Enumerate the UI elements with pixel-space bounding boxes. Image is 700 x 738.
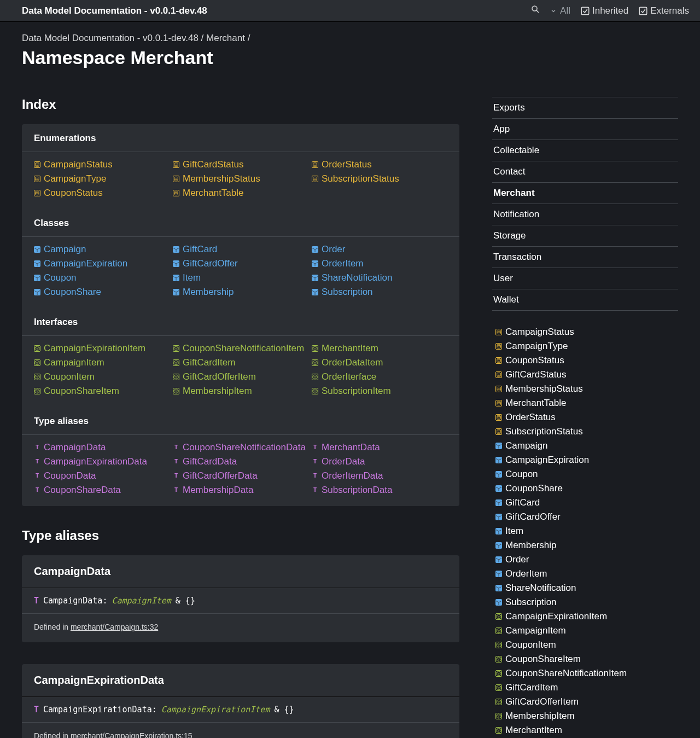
index-entry[interactable]: Campaign — [34, 243, 170, 255]
index-entry[interactable]: GiftCard — [495, 497, 678, 509]
index-entry[interactable]: TOrderItemData — [312, 470, 447, 482]
index-entry[interactable]: TOrderData — [312, 456, 447, 468]
index-entry[interactable]: CampaignStatus — [495, 326, 678, 338]
index-entry[interactable]: CampaignItem — [34, 357, 170, 369]
search-icon[interactable] — [530, 4, 540, 17]
index-entry[interactable]: CouponStatus — [34, 187, 170, 199]
index-entry[interactable]: ShareNotification — [495, 582, 678, 594]
index-entry[interactable]: CouponStatus — [495, 355, 678, 367]
index-entry[interactable]: GiftCardOffer — [173, 258, 308, 270]
visibility-filter[interactable]: All — [550, 5, 570, 16]
entry-label: Membership — [183, 286, 234, 298]
index-entry[interactable]: CouponItem — [34, 371, 170, 383]
class-icon — [34, 260, 40, 267]
source-link[interactable]: merchant/Campaign.ts:32 — [71, 623, 158, 631]
group-body: CampaignCampaignExpirationCouponCouponSh… — [22, 237, 459, 308]
index-entry[interactable]: TCouponData — [34, 470, 170, 482]
index-entry[interactable]: OrderItem — [495, 568, 678, 580]
index-entry[interactable]: TMembershipData — [173, 484, 308, 496]
namespace-nav-item[interactable]: Merchant — [492, 182, 678, 204]
index-entry[interactable]: Coupon — [495, 468, 678, 480]
namespace-nav-item[interactable]: Collectable — [492, 140, 678, 161]
index-entry[interactable]: GiftCardOfferItem — [495, 696, 678, 708]
namespace-nav-item[interactable]: Wallet — [492, 289, 678, 311]
group-heading: Classes — [22, 209, 459, 237]
index-entry[interactable]: GiftCard — [173, 243, 308, 255]
index-entry[interactable]: CampaignType — [34, 173, 170, 185]
index-entry[interactable]: CampaignExpiration — [495, 454, 678, 466]
index-entry[interactable]: Campaign — [495, 440, 678, 452]
index-entry[interactable]: CouponShareItem — [495, 653, 678, 665]
index-entry[interactable]: ShareNotification — [312, 272, 447, 284]
index-entry[interactable]: Order — [312, 243, 447, 255]
index-entry[interactable]: TGiftCardData — [173, 456, 308, 468]
index-entry[interactable]: OrderItem — [312, 258, 447, 270]
index-entry[interactable]: GiftCardItem — [495, 682, 678, 694]
index-heading: Index — [22, 97, 459, 112]
index-entry[interactable]: CouponShareItem — [34, 385, 170, 397]
index-entry[interactable]: TCampaignData — [34, 441, 170, 454]
index-entry[interactable]: CampaignExpiration — [34, 258, 170, 270]
index-entry[interactable]: MerchantTable — [495, 397, 678, 409]
index-entry[interactable]: CampaignExpirationItem — [34, 342, 170, 355]
index-entry[interactable]: OrderStatus — [495, 411, 678, 423]
index-entry[interactable]: SubscriptionStatus — [495, 426, 678, 438]
index-entry[interactable]: CampaignType — [495, 340, 678, 352]
index-entry[interactable]: Item — [173, 272, 308, 284]
index-entry[interactable]: Subscription — [312, 286, 447, 298]
index-entry[interactable]: TCouponShareData — [34, 484, 170, 496]
index-entry[interactable]: CampaignItem — [495, 625, 678, 637]
index-entry[interactable]: CampaignExpirationItem — [495, 611, 678, 623]
svg-point-13 — [497, 344, 501, 346]
index-entry[interactable]: GiftCardOfferItem — [173, 371, 308, 383]
index-entry[interactable]: Item — [495, 525, 678, 537]
index-entry[interactable]: MembershipStatus — [495, 383, 678, 395]
index-entry[interactable]: CouponShare — [34, 286, 170, 298]
index-entry[interactable]: Membership — [495, 539, 678, 551]
source-link[interactable]: merchant/CampaignExpiration.ts:15 — [71, 731, 192, 738]
namespace-nav-item[interactable]: Transaction — [492, 246, 678, 268]
breadcrumb-root[interactable]: Data Model Documentation - v0.0.1-dev.48 — [22, 33, 199, 43]
breadcrumb-parent[interactable]: Merchant — [206, 33, 245, 43]
index-entry[interactable]: MembershipItem — [173, 385, 308, 397]
index-entry[interactable]: TMerchantData — [312, 441, 447, 454]
index-entry[interactable]: MerchantTable — [173, 187, 308, 199]
namespace-nav-item[interactable]: Storage — [492, 225, 678, 246]
index-entry[interactable]: MerchantItem — [495, 724, 678, 736]
index-entry[interactable]: MerchantItem — [312, 342, 447, 355]
index-entry[interactable]: CouponShare — [495, 483, 678, 495]
externals-toggle[interactable]: Externals — [638, 5, 689, 16]
namespace-nav-item[interactable]: Notification — [492, 204, 678, 225]
index-entry[interactable]: GiftCardOffer — [495, 511, 678, 523]
inherited-toggle[interactable]: Inherited — [580, 5, 628, 16]
index-entry[interactable]: MembershipStatus — [173, 173, 308, 185]
index-entry[interactable]: TSubscriptionData — [312, 484, 447, 496]
index-entry[interactable]: GiftCardItem — [173, 357, 308, 369]
index-entry[interactable]: OrderIterface — [312, 371, 447, 383]
namespace-nav-item[interactable]: App — [492, 118, 678, 140]
index-entry[interactable]: Order — [495, 554, 678, 566]
index-entry[interactable]: OrderDataItem — [312, 357, 447, 369]
index-entry[interactable]: CouponItem — [495, 639, 678, 651]
svg-point-12 — [497, 330, 501, 332]
index-entry[interactable]: TCampaignExpirationData — [34, 456, 170, 468]
index-entry[interactable]: CouponShareNotificationItem — [173, 342, 308, 355]
namespace-nav-item[interactable]: Contact — [492, 161, 678, 182]
index-entry[interactable]: Subscription — [495, 596, 678, 608]
index-entry[interactable]: OrderStatus — [312, 159, 447, 171]
index-entry[interactable]: SubscriptionStatus — [312, 173, 447, 185]
index-entry[interactable]: GiftCardStatus — [495, 369, 678, 381]
index-entry[interactable]: MembershipItem — [495, 710, 678, 722]
namespace-nav-item[interactable]: Exports — [492, 97, 678, 118]
index-entry[interactable]: CouponShareNotificationItem — [495, 667, 678, 679]
index-entry[interactable]: TGiftCardOfferData — [173, 470, 308, 482]
index-entry[interactable]: GiftCardStatus — [173, 159, 308, 171]
index-entry[interactable]: CampaignStatus — [34, 159, 170, 171]
alias-sig-type[interactable]: CampaignItem — [112, 596, 171, 606]
index-entry[interactable]: Membership — [173, 286, 308, 298]
index-entry[interactable]: SubscriptionItem — [312, 385, 447, 397]
namespace-nav-item[interactable]: User — [492, 268, 678, 289]
index-entry[interactable]: TCouponShareNotificationData — [173, 441, 308, 454]
alias-sig-type[interactable]: CampaignExpirationItem — [161, 705, 270, 714]
index-entry[interactable]: Coupon — [34, 272, 170, 284]
